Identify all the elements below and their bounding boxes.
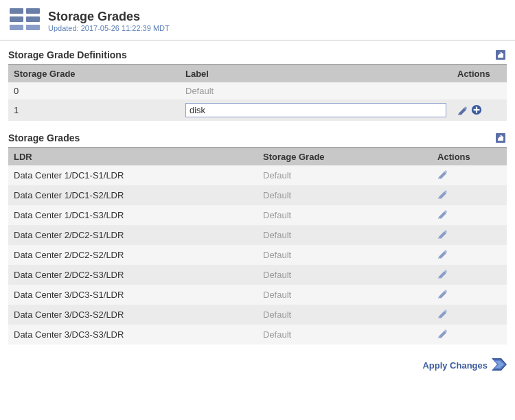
ldr-actions-5 bbox=[432, 265, 507, 285]
def-action-icons-1 bbox=[457, 104, 501, 117]
svg-rect-5 bbox=[26, 25, 40, 30]
ldr-name-5: Data Center 2/DC2-S3/LDR bbox=[8, 265, 258, 285]
apply-changes-button[interactable]: Apply Changes bbox=[422, 358, 507, 373]
ldr-grade-0: Default bbox=[258, 165, 432, 185]
ldr-name-6: Data Center 3/DC3-S1/LDR bbox=[8, 285, 258, 305]
ldr-edit-icon-1[interactable] bbox=[437, 189, 448, 200]
updated-timestamp: Updated: 2017-05-26 11:22:39 MDT bbox=[48, 24, 170, 32]
apply-changes-label: Apply Changes bbox=[422, 360, 488, 371]
page-title: Storage Grades bbox=[48, 10, 170, 24]
grades-edit-icon[interactable] bbox=[494, 132, 507, 144]
ldr-actions-6 bbox=[432, 285, 507, 305]
grades-row-6: Data Center 3/DC3-S1/LDR Default bbox=[8, 285, 507, 305]
ldr-actions-4 bbox=[432, 245, 507, 265]
grades-row-4: Data Center 2/DC2-S2/LDR Default bbox=[8, 245, 507, 265]
grades-table-body: Data Center 1/DC1-S1/LDR Default Data Ce… bbox=[8, 165, 507, 345]
ldr-name-1: Data Center 1/DC1-S2/LDR bbox=[8, 185, 258, 205]
def-add-icon-1[interactable] bbox=[471, 104, 483, 117]
ldr-name-8: Data Center 3/DC3-S3/LDR bbox=[8, 325, 258, 345]
def-grade-0: 0 bbox=[8, 82, 180, 100]
ldr-edit-icon-4[interactable] bbox=[437, 248, 448, 259]
def-grade-1: 1 bbox=[8, 100, 180, 121]
ldr-name-0: Data Center 1/DC1-S1/LDR bbox=[8, 165, 258, 185]
grades-table: LDR Storage Grade Actions Data Center 1/… bbox=[8, 148, 507, 345]
ldr-grade-2: Default bbox=[258, 205, 432, 225]
def-row-0: 0 Default bbox=[8, 82, 507, 100]
def-actions-1 bbox=[452, 100, 507, 121]
definitions-section: Storage Grade Definitions Storage Grade … bbox=[8, 49, 507, 121]
footer: Apply Changes bbox=[0, 350, 515, 380]
grades-row-7: Data Center 3/DC3-S2/LDR Default bbox=[8, 305, 507, 325]
ldr-grade-7: Default bbox=[258, 305, 432, 325]
ldr-edit-icon-2[interactable] bbox=[437, 209, 448, 220]
definitions-table-body: 0 Default 1 bbox=[8, 82, 507, 121]
def-row-1: 1 bbox=[8, 100, 507, 121]
grades-row-5: Data Center 2/DC2-S3/LDR Default bbox=[8, 265, 507, 285]
svg-rect-4 bbox=[10, 25, 23, 30]
col-header-actions: Actions bbox=[452, 65, 507, 82]
svg-rect-1 bbox=[26, 8, 40, 14]
ldr-grade-4: Default bbox=[258, 245, 432, 265]
grades-section: Storage Grades LDR Storage Grade Actions… bbox=[8, 132, 507, 345]
grades-row-8: Data Center 3/DC3-S3/LDR Default bbox=[8, 325, 507, 345]
apply-changes-arrow-icon bbox=[492, 358, 507, 373]
grades-row-0: Data Center 1/DC1-S1/LDR Default bbox=[8, 165, 507, 185]
ldr-name-7: Data Center 3/DC3-S2/LDR bbox=[8, 305, 258, 325]
col-header-ldr: LDR bbox=[8, 148, 258, 165]
definitions-table: Storage Grade Label Actions 0 Default 1 bbox=[8, 65, 507, 121]
ldr-actions-8 bbox=[432, 325, 507, 345]
ldr-edit-icon-5[interactable] bbox=[437, 268, 448, 279]
ldr-grade-5: Default bbox=[258, 265, 432, 285]
grades-row-3: Data Center 2/DC2-S1/LDR Default bbox=[8, 225, 507, 245]
col-header-storage-grade: Storage Grade bbox=[258, 148, 432, 165]
header-text: Storage Grades Updated: 2017-05-26 11:22… bbox=[48, 10, 170, 32]
grades-row-2: Data Center 1/DC1-S3/LDR Default bbox=[8, 205, 507, 225]
ldr-edit-icon-8[interactable] bbox=[437, 328, 448, 339]
col-header-label: Label bbox=[180, 65, 452, 82]
svg-rect-3 bbox=[26, 16, 40, 22]
definitions-section-header: Storage Grade Definitions bbox=[8, 49, 507, 65]
ldr-name-4: Data Center 2/DC2-S2/LDR bbox=[8, 245, 258, 265]
ldr-edit-icon-6[interactable] bbox=[437, 288, 448, 299]
ldr-actions-1 bbox=[432, 185, 507, 205]
ldr-name-2: Data Center 1/DC1-S3/LDR bbox=[8, 205, 258, 225]
storage-grades-icon bbox=[8, 7, 41, 34]
definitions-title: Storage Grade Definitions bbox=[8, 49, 127, 60]
grades-table-header: LDR Storage Grade Actions bbox=[8, 148, 507, 165]
grades-title: Storage Grades bbox=[8, 132, 80, 143]
page-header: Storage Grades Updated: 2017-05-26 11:22… bbox=[0, 0, 515, 40]
ldr-grade-1: Default bbox=[258, 185, 432, 205]
ldr-name-3: Data Center 2/DC2-S1/LDR bbox=[8, 225, 258, 245]
def-label-1-cell bbox=[180, 100, 452, 121]
ldr-edit-icon-0[interactable] bbox=[437, 169, 448, 180]
svg-rect-2 bbox=[10, 16, 23, 22]
definitions-edit-icon[interactable] bbox=[494, 49, 507, 61]
def-edit-icon-1[interactable] bbox=[457, 105, 468, 116]
definitions-table-header: Storage Grade Label Actions bbox=[8, 65, 507, 82]
ldr-actions-0 bbox=[432, 165, 507, 185]
col-header-grade: Storage Grade bbox=[8, 65, 180, 82]
grades-section-header: Storage Grades bbox=[8, 132, 507, 148]
col-header-actions-ldr: Actions bbox=[432, 148, 507, 165]
ldr-grade-8: Default bbox=[258, 325, 432, 345]
def-actions-0 bbox=[452, 82, 507, 100]
ldr-edit-icon-3[interactable] bbox=[437, 229, 448, 240]
svg-rect-0 bbox=[10, 8, 23, 14]
ldr-grade-3: Default bbox=[258, 225, 432, 245]
ldr-grade-6: Default bbox=[258, 285, 432, 305]
ldr-actions-3 bbox=[432, 225, 507, 245]
grades-row-1: Data Center 1/DC1-S2/LDR Default bbox=[8, 185, 507, 205]
ldr-actions-2 bbox=[432, 205, 507, 225]
def-label-0: Default bbox=[180, 82, 452, 100]
ldr-edit-icon-7[interactable] bbox=[437, 308, 448, 319]
ldr-actions-7 bbox=[432, 305, 507, 325]
def-label-input-1[interactable] bbox=[185, 103, 446, 117]
